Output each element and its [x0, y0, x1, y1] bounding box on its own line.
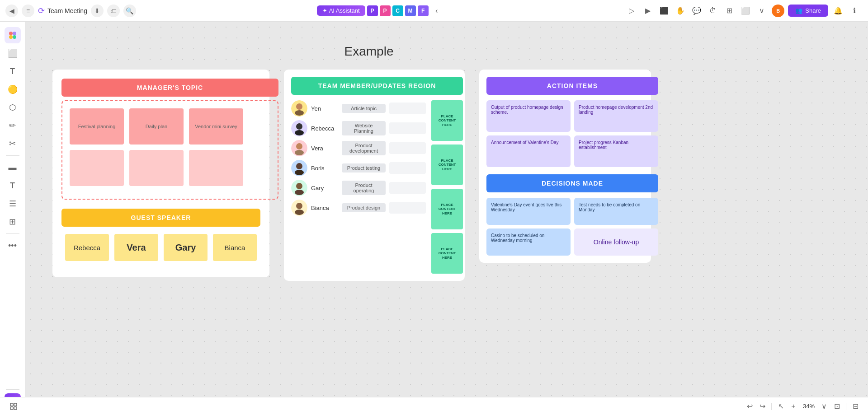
tool-pen[interactable]: ✏: [5, 117, 21, 134]
zoom-cursor-button[interactable]: ↖: [775, 401, 786, 412]
panel-toggle[interactable]: ⊟: [850, 401, 861, 412]
sticky-empty-1[interactable]: [70, 150, 124, 186]
decision-card-1[interactable]: Valentine's Day event goes live this Wed…: [486, 198, 571, 225]
team-section: TEAM MEMBER/UPDATES REGION Yen Article t…: [291, 77, 463, 274]
divider: [771, 403, 772, 410]
svg-point-19: [295, 170, 304, 175]
team-content: Yen Article topic Rebecca Website Pla: [291, 100, 463, 274]
ai-assistant-button[interactable]: ✦ AI Assistant: [317, 5, 365, 16]
play-button[interactable]: ▶: [642, 5, 654, 17]
topic-empty-boris[interactable]: [389, 162, 426, 174]
plugin-icon-4[interactable]: M: [405, 5, 416, 16]
svg-point-9: [296, 103, 302, 110]
guest-name-3[interactable]: Gary: [164, 234, 208, 261]
fit-button[interactable]: ⊡: [831, 401, 842, 412]
tool-sticky[interactable]: 🟡: [5, 81, 21, 98]
name-bianca: Bianca: [311, 205, 338, 211]
notification-bell[interactable]: 🔔: [832, 5, 844, 17]
guest-name-4[interactable]: Bianca: [213, 234, 257, 261]
user-avatar[interactable]: B: [772, 5, 784, 17]
timer-button[interactable]: ⏱: [707, 5, 719, 17]
tool-frame[interactable]: ⬜: [5, 45, 21, 61]
action-card-1[interactable]: Output of product homepage design scheme…: [486, 100, 571, 132]
pages-button[interactable]: [7, 400, 20, 413]
tool-scissors[interactable]: ✂: [5, 135, 21, 152]
place-box-1[interactable]: PLACECONTENTHERE: [431, 100, 463, 141]
place-box-4[interactable]: PLACECONTENTHERE: [431, 233, 463, 274]
chevron-down-button[interactable]: ∨: [755, 5, 768, 17]
columns-layout: MANAGER'S TOPIC Festival planning Daily …: [52, 70, 685, 281]
guest-name-2[interactable]: Vera: [114, 234, 158, 261]
topic-empty-bianca[interactable]: [389, 202, 426, 214]
decision-card-3[interactable]: Casino to be scheduled on Wednesday morn…: [486, 228, 571, 256]
canvas[interactable]: Example MANAGER'S TOPIC Festival plannin…: [25, 22, 868, 397]
menu-button[interactable]: ≡: [22, 5, 34, 17]
action-card-4[interactable]: Project progress Kanban establishment: [574, 135, 658, 167]
topbar-right: ▷ ▶ ⬛ ✋ 💬 ⏱ ⊞ ⬜ ∨ B 👥 Share 🔔 ℹ: [618, 5, 868, 17]
place-box-2[interactable]: PLACECONTENTHERE: [431, 145, 463, 185]
topic-bianca[interactable]: Product design: [342, 203, 386, 212]
avatar-gary: [291, 180, 307, 196]
tool-table[interactable]: ⊞: [5, 214, 21, 230]
grid-button[interactable]: ⊞: [723, 5, 736, 17]
topic-vera[interactable]: Product development: [342, 141, 386, 155]
plugin-icon-3[interactable]: C: [392, 5, 403, 16]
search-button[interactable]: 🔍: [123, 5, 136, 17]
redo-button[interactable]: ↪: [757, 401, 768, 412]
sticky-empty-2[interactable]: [129, 150, 184, 186]
team-row-gary: Gary Product operating: [291, 180, 426, 196]
topic-boris[interactable]: Product testing: [342, 163, 386, 173]
zoom-in-button[interactable]: +: [788, 401, 799, 412]
action-card-2[interactable]: Product homepage development 2nd landing: [574, 100, 658, 132]
sticky-festival[interactable]: Festival planning: [70, 108, 124, 145]
topic-yen[interactable]: Article topic: [342, 104, 386, 113]
download-button[interactable]: ⬇: [91, 5, 104, 17]
info-button[interactable]: ℹ: [848, 5, 861, 17]
expand-button[interactable]: ▷: [625, 5, 638, 17]
hand-button[interactable]: ✋: [674, 5, 687, 17]
decision-card-4[interactable]: Online follow-up: [574, 228, 658, 256]
decision-card-2[interactable]: Test needs to be completed on Monday: [574, 198, 658, 225]
tool-list[interactable]: ☰: [5, 196, 21, 212]
tool-text2[interactable]: T: [5, 177, 21, 194]
zoom-out-button[interactable]: ∨: [819, 401, 830, 412]
topbar-center: ✦ AI Assistant P P C M F ‹: [142, 5, 618, 17]
action-card-3[interactable]: Announcement of Valentine's Day: [486, 135, 571, 167]
sticky-daily[interactable]: Daily plan: [129, 108, 184, 145]
topic-empty-vera[interactable]: [389, 142, 426, 154]
plugin-icon-5[interactable]: F: [418, 5, 429, 16]
tool-line[interactable]: ▬: [5, 159, 21, 176]
undo-button[interactable]: ↩: [744, 401, 755, 412]
topic-empty-yen[interactable]: [389, 103, 426, 114]
team-row-boris: Boris Product testing: [291, 160, 426, 176]
sticky-row-1: Festival planning Daily plan Vendor mini…: [70, 108, 270, 145]
frame-button[interactable]: ⬜: [739, 5, 752, 17]
more-plugins-button[interactable]: ‹: [430, 5, 443, 17]
team-row-rebecca: Rebecca Website Planning: [291, 120, 426, 136]
manager-header: MANAGER'S TOPIC: [61, 79, 278, 97]
record-button[interactable]: ⬛: [658, 5, 670, 17]
svg-rect-27: [14, 403, 17, 406]
place-box-3[interactable]: PLACECONTENTHERE: [431, 189, 463, 229]
plugin-icon-1[interactable]: P: [367, 5, 378, 16]
plugin-icon-2[interactable]: P: [380, 5, 391, 16]
topic-gary[interactable]: Product operating: [342, 181, 386, 195]
share-button[interactable]: 👥 Share: [788, 5, 828, 17]
tool-shape[interactable]: ⬡: [5, 99, 21, 116]
document-title-area: ⟳ Team Meeting: [38, 6, 87, 16]
topic-rebecca[interactable]: Website Planning: [342, 121, 386, 135]
board-content: Example MANAGER'S TOPIC Festival plannin…: [52, 44, 685, 281]
tag-button[interactable]: 🏷: [107, 5, 120, 17]
comment-button[interactable]: 💬: [690, 5, 703, 17]
topic-empty-gary[interactable]: [389, 182, 426, 194]
topic-empty-rebecca[interactable]: [389, 122, 426, 134]
board-title: Example: [52, 44, 685, 59]
sticky-empty-3[interactable]: [189, 150, 243, 186]
tool-text[interactable]: T: [5, 63, 21, 79]
tool-more[interactable]: •••: [5, 238, 21, 254]
back-button[interactable]: ◀: [5, 5, 18, 17]
sticky-vendor[interactable]: Vendor mini survey: [189, 108, 243, 145]
name-vera: Vera: [311, 145, 338, 152]
tool-palette[interactable]: [5, 27, 21, 43]
guest-name-1[interactable]: Rebecca: [65, 234, 109, 261]
